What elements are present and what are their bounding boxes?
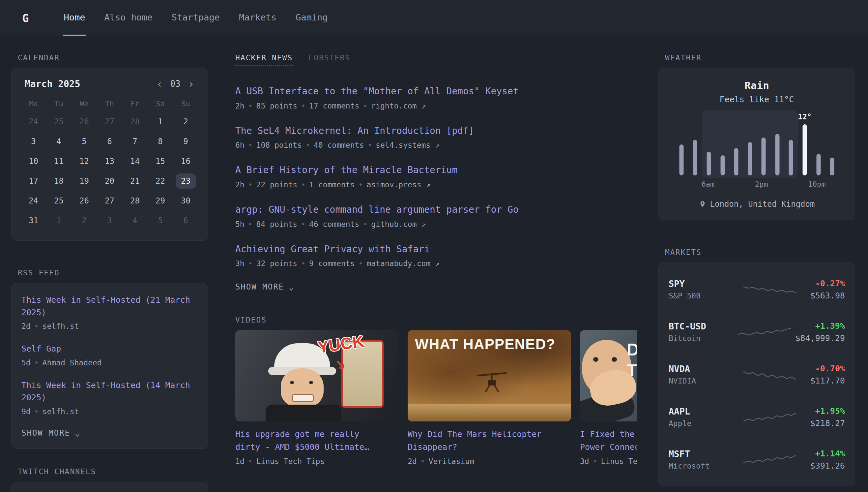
market-row[interactable]: SPYS&P 500-0.27%$563.98	[668, 268, 845, 311]
calendar-day[interactable]: 18	[46, 171, 72, 191]
video-thumbnail[interactable]: YUCK ↘	[235, 330, 399, 421]
rss-item-title[interactable]: This Week in Self-Hosted (14 March 2025)	[21, 379, 198, 404]
calendar-day-number: 13	[100, 154, 120, 169]
calendar-day[interactable]: 16	[173, 151, 199, 171]
calendar-day[interactable]: 24	[21, 191, 46, 211]
video-title[interactable]: Why Did The Mars Helicopter Disappear?	[407, 428, 553, 454]
calendar-day-number: 16	[176, 154, 196, 169]
calendar-day[interactable]: 12	[72, 151, 97, 171]
calendar-day[interactable]: 6	[173, 211, 199, 230]
calendar-day[interactable]: 26	[72, 191, 97, 211]
calendar-day[interactable]: 13	[97, 151, 122, 171]
rss-show-more-button[interactable]: SHOW MORE ⌄	[21, 428, 81, 438]
calendar-day[interactable]: 26	[72, 112, 97, 131]
calendar-day[interactable]: 3	[97, 211, 122, 230]
calendar-day[interactable]: 10	[21, 151, 46, 171]
nav-tab-markets[interactable]: Markets	[238, 0, 277, 36]
calendar-day[interactable]: 22	[148, 171, 173, 191]
market-sparkline	[743, 364, 796, 385]
nav-tab-gaming[interactable]: Gaming	[295, 0, 328, 36]
news-story-title[interactable]: A USB Interface to the "Mother of All De…	[235, 85, 637, 98]
calendar-weekday-row: MoTuWeThFrSaSu	[21, 97, 199, 112]
market-row[interactable]: MSFTMicrosoft+1.14%$391.26	[668, 438, 845, 481]
calendar-prev-icon[interactable]: ‹	[156, 78, 163, 89]
calendar-day[interactable]: 9	[173, 131, 199, 151]
weather-feels-like: Feels like 11°C	[670, 95, 844, 104]
calendar-day[interactable]: 19	[72, 171, 97, 191]
nav-tab-startpage[interactable]: Startpage	[171, 0, 220, 36]
news-show-more-button[interactable]: SHOW MORE ⌄	[235, 282, 295, 292]
calendar-day[interactable]: 29	[148, 191, 173, 211]
meta-text: matanabudy.com ↗	[366, 259, 440, 268]
calendar-day[interactable]: 27	[97, 191, 122, 211]
news-tab-hacker-news[interactable]: HACKER NEWS	[235, 53, 293, 66]
video-card: YUCK ↘ His upgrade got me really dirty -…	[235, 330, 399, 467]
calendar-month-label: March 2025	[25, 78, 80, 89]
calendar-day[interactable]: 2	[72, 211, 97, 230]
news-story-title[interactable]: argp: GNU-style command line argument pa…	[235, 203, 637, 217]
calendar-day[interactable]: 1	[46, 211, 72, 230]
market-row[interactable]: AAPLApple+1.95%$218.27	[668, 396, 845, 438]
rss-item-title[interactable]: This Week in Self-Hosted (21 March 2025)	[21, 294, 198, 319]
calendar-day[interactable]: 4	[46, 131, 72, 151]
calendar-day[interactable]: 14	[122, 151, 148, 171]
calendar-day[interactable]: 21	[122, 171, 148, 191]
calendar-day[interactable]: 15	[148, 151, 173, 171]
calendar-day[interactable]: 28	[122, 191, 148, 211]
nav-tab-home[interactable]: Home	[63, 0, 86, 36]
calendar-day[interactable]: 8	[148, 131, 173, 151]
news-story-title[interactable]: The SeL4 Microkernel: An Introduction [p…	[235, 124, 637, 138]
calendar-controls: ‹ 03 ›	[156, 78, 194, 89]
weather-bar	[770, 116, 784, 175]
news-story-meta: 2h•85 points•17 comments•righto.com ↗	[235, 101, 637, 111]
calendar-day[interactable]: 7	[122, 131, 148, 151]
calendar-day[interactable]: 23	[173, 171, 199, 191]
calendar-next-icon[interactable]: ›	[188, 78, 194, 89]
calendar-day[interactable]: 5	[148, 211, 173, 230]
nav-tab-also-home[interactable]: Also home	[104, 0, 153, 36]
calendar-day[interactable]: 30	[173, 191, 199, 211]
calendar-day[interactable]: 6	[97, 131, 122, 151]
rss-item: This Week in Self-Hosted (21 March 2025)…	[21, 294, 198, 331]
calendar-day[interactable]: 1	[148, 112, 173, 131]
news-tab-lobsters[interactable]: LOBSTERS	[309, 53, 350, 66]
calendar-day[interactable]: 2	[173, 112, 199, 131]
calendar-day[interactable]: 4	[122, 211, 148, 230]
app-logo[interactable]: G	[22, 11, 29, 25]
weather-time-label: 2pm	[755, 180, 768, 188]
market-row[interactable]: BTC-USDBitcoin+1.39%$84,999.29	[668, 311, 845, 353]
calendar-day[interactable]: 5	[72, 131, 97, 151]
video-thumbnail[interactable]: WHAT HAPPENED?	[407, 330, 571, 421]
calendar-day[interactable]: 25	[46, 112, 72, 131]
rss-item: This Week in Self-Hosted (14 March 2025)…	[21, 379, 198, 417]
news-story: A Brief History of the Miracle Bacterium…	[235, 164, 637, 190]
meta-text: 85 points	[256, 102, 297, 110]
video-title[interactable]: I Fixed the 5 Power Connect	[580, 428, 637, 454]
weather-time-slot	[768, 180, 782, 188]
meta-separator: •	[301, 220, 306, 228]
calendar-day[interactable]: 11	[46, 151, 72, 171]
news-story: argp: GNU-style command line argument pa…	[235, 203, 637, 229]
video-title[interactable]: His upgrade got me really dirty - AMD $5…	[235, 428, 380, 454]
rss-item-title[interactable]: Self Gap	[21, 343, 198, 355]
calendar-day[interactable]: 17	[21, 171, 46, 191]
meta-text: sel4.systems ↗	[376, 141, 440, 149]
calendar-day[interactable]: 25	[46, 191, 72, 211]
calendar-day-number: 6	[100, 134, 120, 149]
video-thumbnail[interactable]: DO T	[580, 330, 637, 421]
calendar-day[interactable]: 27	[97, 112, 122, 131]
news-story-title[interactable]: Achieving Great Privacy with Safari	[235, 243, 637, 256]
calendar-day[interactable]: 3	[21, 131, 46, 151]
meta-text: 2d	[407, 457, 417, 466]
market-change: -0.27%	[810, 279, 845, 288]
calendar-day-number: 9	[176, 134, 196, 149]
weather-time-slot	[675, 180, 688, 188]
calendar-day[interactable]: 24	[21, 112, 46, 131]
calendar-day[interactable]: 31	[21, 211, 46, 230]
calendar-day[interactable]: 28	[122, 112, 148, 131]
news-widget: HACKER NEWSLOBSTERS A USB Interface to t…	[235, 53, 637, 292]
market-row[interactable]: NVDANVIDIA-0.70%$117.70	[668, 353, 845, 396]
meta-separator: •	[248, 259, 253, 268]
news-story-title[interactable]: A Brief History of the Miracle Bacterium	[235, 164, 637, 177]
calendar-day[interactable]: 20	[97, 171, 122, 191]
